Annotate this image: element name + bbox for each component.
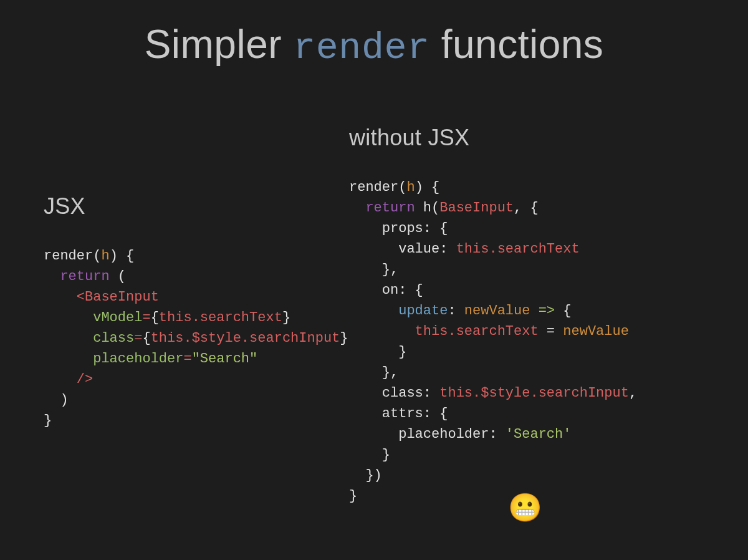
code-token: } [349,488,357,504]
code-token: = [142,310,150,326]
code-token: render [349,180,398,195]
right-heading: without JSX [349,125,637,151]
code-token: } [282,310,290,326]
code-token: } [349,447,390,463]
code-token: : [423,385,439,401]
code-token: } [340,331,348,346]
code-token: { [151,310,159,326]
title-post: functions [429,22,603,67]
code-token: newValue [464,303,530,319]
code-token: ) { [415,180,440,195]
code-token: attrs [349,406,423,422]
code-token: .searchText [448,324,538,339]
code-token: = [539,324,563,339]
right-column: without JSX render(h) { return h(BaseInp… [349,125,637,506]
code-token: class [44,331,134,346]
code-token: this [349,324,448,339]
code-token: return [60,269,109,284]
code-token: class [349,385,423,401]
code-token: "Search" [192,351,258,367]
title-pre: Simpler [145,22,294,67]
code-token: ( [110,269,126,284]
code-token: 'Search' [506,427,572,442]
code-token: }) [349,468,382,483]
code-token: }, [349,365,398,380]
left-heading: JSX [44,193,348,220]
code-token: h [101,248,109,264]
code-token: { [563,303,571,319]
code-token: on [349,282,398,298]
code-token: this [159,310,192,326]
code-token: : [439,241,456,257]
left-code-block: render(h) { return ( <BaseInput vModel={… [44,246,348,431]
code-token: ( [431,200,439,216]
code-token: : [448,303,464,319]
code-token: = [183,351,191,367]
code-token: ( [398,180,406,195]
code-token: => [530,303,563,319]
code-token: ( [93,248,101,264]
code-token: : { [398,282,423,298]
code-token: this [456,241,489,257]
code-token: vModel [44,310,142,326]
code-token: { [142,331,150,346]
code-token: < [44,289,85,305]
code-token: render [44,248,93,264]
code-token: newValue [563,324,629,339]
code-token: this [151,331,184,346]
slide: Simpler render functions JSX render(h) {… [0,0,748,560]
code-token: , [629,385,637,401]
code-token: /> [44,372,93,387]
code-token: }, [349,262,398,278]
code-token: placeholder [349,427,489,442]
title-accent: render [293,27,429,69]
code-token: } [349,344,406,360]
code-token: value [349,241,439,257]
code-token: ) [44,392,69,408]
code-token: : { [423,406,448,422]
code-token: } [44,413,52,428]
code-token: : { [423,221,448,236]
code-token: BaseInput [439,200,514,216]
grimace-emoji-icon: 😬 [508,494,542,521]
code-token: .searchText [192,310,282,326]
code-token: return [365,200,415,216]
code-token: .searchText [489,241,579,257]
code-token: this [439,385,472,401]
code-token: h [406,180,415,195]
code-token [415,200,423,216]
left-column: JSX render(h) { return ( <BaseInput vMod… [44,193,348,431]
code-token: , { [514,200,539,216]
code-token: .$style.searchInput [472,385,629,401]
code-token: : [489,427,505,442]
code-token: = [134,331,142,346]
code-token: h [423,200,431,216]
slide-title: Simpler render functions [0,21,748,69]
code-token: .$style.searchInput [183,331,340,346]
code-token: BaseInput [85,289,159,305]
right-code-block: render(h) { return h(BaseInput, { props:… [349,177,637,506]
code-token: update [349,303,448,319]
code-token: ) { [110,248,135,264]
code-token: props [349,221,423,236]
code-token: placeholder [44,351,183,367]
